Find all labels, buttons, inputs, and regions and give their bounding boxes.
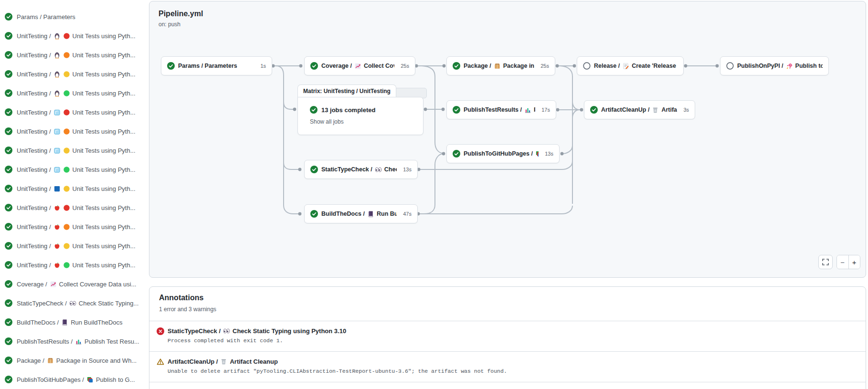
sidebar-job-item[interactable]: UnitTesting /Unit Tests using Pyth... — [0, 84, 149, 103]
green-circle-icon — [63, 166, 70, 173]
zoom-in-button[interactable]: + — [848, 255, 860, 269]
sidebar-job-label: PublishTestResults /Publish Test Resu... — [17, 338, 139, 345]
label-text: Unit Tests using Pyth... — [73, 128, 136, 135]
success-icon — [5, 108, 12, 116]
sidebar-job-item[interactable]: Coverage /Collect Coverage Data usi... — [0, 274, 149, 294]
show-all-jobs-link[interactable]: Show all jobs — [310, 118, 344, 125]
label-text: UnitTesting / — [17, 166, 51, 173]
zoom-control: − + — [836, 255, 860, 269]
sidebar-job-item[interactable]: UnitTesting /Unit Tests using Pyth... — [0, 141, 149, 160]
matrix-group-card[interactable]: 13 jobs completed Show all jobs — [297, 97, 423, 135]
annotation-title-link[interactable]: ArtifactCleanUp /Artifact Cleanup — [168, 358, 278, 365]
sidebar-job-item[interactable]: UnitTesting /Unit Tests using Pyth... — [0, 236, 149, 255]
sidebar-job-label: UnitTesting /Unit Tests using Pyth... — [17, 71, 136, 78]
sidebar-job-item[interactable]: PublishTestResults /Publish Test Resu... — [0, 332, 149, 351]
annotations-list: StaticTypeCheck /Check Static Typing usi… — [149, 321, 866, 389]
sidebar-job-label: Package /Package in Source and Wh... — [17, 357, 137, 364]
sidebar-job-item[interactable]: UnitTesting /Unit Tests using Pyth... — [0, 103, 149, 122]
red-circle-icon — [63, 32, 70, 40]
graph-node-artifactcleanup[interactable]: ArtifactCleanUp /Artifac...3s — [584, 100, 695, 119]
zoom-out-button[interactable]: − — [837, 255, 848, 269]
books-icon — [86, 376, 94, 383]
annotation-message: Unable to delete artifact "pyTooling.CLI… — [168, 368, 507, 374]
success-icon — [5, 127, 12, 135]
red-circle-icon — [63, 204, 70, 211]
yellow-circle-icon — [63, 71, 70, 78]
label-text: Unit Tests using Pyth... — [73, 242, 136, 250]
fullscreen-button[interactable] — [818, 255, 833, 269]
sidebar-job-item[interactable]: UnitTesting /Unit Tests using Pyth... — [0, 45, 149, 64]
fullscreen-icon — [822, 258, 829, 266]
label-text: ArtifactCleanUp / — [168, 358, 218, 365]
label-text: UnitTesting / — [17, 109, 51, 116]
label-text: Chec... — [384, 166, 397, 173]
sidebar-job-item[interactable]: UnitTesting /Unit Tests using Pyth... — [0, 64, 149, 84]
graph-node-coverage[interactable]: Coverage /Collect Cove...25s — [304, 56, 415, 75]
graph-node-statictypecheck[interactable]: StaticTypeCheck /Chec...13s — [304, 160, 418, 179]
rocket-icon — [786, 63, 793, 70]
label-text: UnitTesting / — [17, 204, 51, 211]
sidebar-job-item[interactable]: UnitTesting /Unit Tests using Pyth... — [0, 255, 149, 274]
workflow-file-title: Pipeline.yml — [159, 10, 203, 18]
sidebar-job-item[interactable]: PublishToGitHubPages /Publish to G... — [0, 370, 149, 389]
success-icon — [5, 147, 12, 154]
sidebar-job-item[interactable]: UnitTesting /Unit Tests using Pyth... — [0, 179, 149, 198]
sidebar-job-label: UnitTesting /Unit Tests using Pyth... — [17, 204, 136, 211]
apple-icon — [53, 242, 61, 250]
node-label: Package /Package in So... — [464, 63, 534, 70]
node-duration: 25s — [398, 63, 409, 69]
node-duration: 47s — [400, 211, 412, 217]
eyes-icon — [69, 300, 76, 307]
yellow-circle-icon — [63, 242, 70, 250]
label-text: PublishTestResults / — [17, 338, 73, 345]
matrix-summary-text: 13 jobs completed — [321, 106, 375, 114]
label-text: PublishToGitHubPages / — [464, 150, 533, 157]
pipeline-graph-panel[interactable] — [149, 1, 866, 278]
sidebar-job-item[interactable]: UnitTesting /Unit Tests using Pyth... — [0, 26, 149, 45]
label-text: Check Static Typing using Python 3.10 — [233, 327, 346, 335]
book-icon — [61, 319, 68, 326]
penguin-icon — [53, 52, 61, 59]
sidebar-job-item[interactable]: UnitTesting /Unit Tests using Pyth... — [0, 198, 149, 217]
sidebar-job-item[interactable]: Params / Parameters — [0, 7, 149, 26]
label-text: UnitTesting / — [17, 90, 51, 97]
graph-node-publishtogithubpages[interactable]: PublishToGitHubPages /...13s — [446, 144, 560, 163]
penguin-icon — [53, 32, 61, 40]
sidebar-job-item[interactable]: UnitTesting /Unit Tests using Pyth... — [0, 122, 149, 141]
graph-node-publishonpypi[interactable]: PublishOnPyPI /Publish to ... — [720, 56, 829, 75]
annotation-title-link[interactable]: StaticTypeCheck /Check Static Typing usi… — [168, 327, 346, 335]
workflow-trigger: on: push — [159, 21, 180, 28]
graph-node-package[interactable]: Package /Package in So...25s — [446, 56, 555, 75]
sidebar-job-label: UnitTesting /Unit Tests using Pyth... — [17, 32, 136, 40]
success-icon — [310, 106, 318, 114]
sidebar-job-label: PublishToGitHubPages /Publish to G... — [17, 376, 135, 383]
penguin-icon — [53, 90, 61, 97]
bar-chart-icon — [75, 338, 82, 345]
graph-node-params[interactable]: Params / Parameters1s — [161, 56, 272, 75]
graph-node-release[interactable]: Release /Create 'Release P... — [577, 56, 684, 75]
success-icon — [5, 223, 12, 231]
sidebar-job-item[interactable]: Package /Package in Source and Wh... — [0, 351, 149, 370]
sidebar-job-item[interactable]: UnitTesting /Unit Tests using Pyth... — [0, 217, 149, 236]
label-text: UnitTesting / — [17, 262, 51, 269]
label-text: Run Buil... — [377, 210, 397, 217]
success-icon — [310, 210, 318, 218]
success-icon — [5, 261, 12, 269]
sidebar-job-item[interactable]: UnitTesting /Unit Tests using Pyth... — [0, 160, 149, 179]
graph-node-publishtestresults[interactable]: PublishTestResults /Pu...17s — [446, 100, 556, 119]
graph-node-buildthedocs[interactable]: BuildTheDocs /Run Buil...47s — [304, 204, 418, 223]
label-text: UnitTesting / — [17, 223, 51, 231]
bar-chart-icon — [524, 106, 531, 114]
label-text: PublishTestResults / — [464, 106, 522, 113]
success-icon — [590, 106, 598, 114]
sidebar-job-label: UnitTesting /Unit Tests using Pyth... — [17, 109, 136, 116]
label-text: Unit Tests using Pyth... — [73, 32, 136, 40]
sidebar-job-item[interactable]: BuildTheDocs /Run BuildTheDocs — [0, 313, 149, 332]
success-icon — [5, 185, 12, 192]
label-text: ArtifactCleanUp / — [601, 106, 649, 113]
label-text: Unit Tests using Pyth... — [73, 71, 136, 78]
ice-cube-icon — [53, 147, 61, 154]
label-text: Coverage / — [321, 63, 352, 69]
label-text: Artifact Cleanup — [230, 358, 277, 365]
sidebar-job-item[interactable]: StaticTypeCheck /Check Static Typing... — [0, 294, 149, 313]
